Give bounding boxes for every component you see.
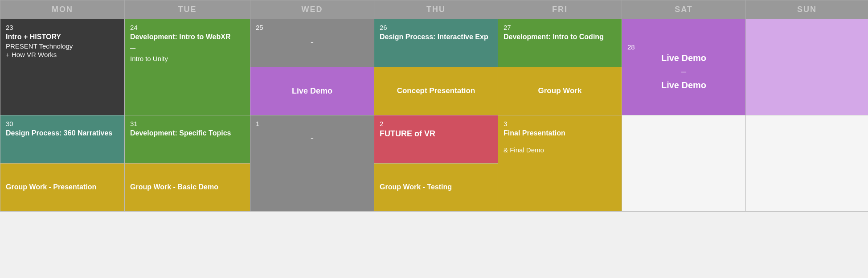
cell-sat-28: 28 Live Demo – Live Demo <box>622 19 746 115</box>
cell-mon-30-bot: Group Work - Presentation <box>0 164 125 212</box>
header-wed: WED <box>250 0 374 19</box>
day-number: 23 <box>6 24 119 31</box>
cell-label: Group Work - Testing <box>380 183 452 191</box>
calendar-table: MON TUE WED THU FRI SAT SUN 23 Intro + H… <box>0 0 868 212</box>
day-number: 27 <box>504 24 616 31</box>
cell-tue-31-top: 31 Development: Specific Topics <box>125 115 250 164</box>
cell-wed-1: 1 - <box>250 115 374 212</box>
header-row: MON TUE WED THU FRI SAT SUN <box>0 0 868 19</box>
cell-sub: Intro to Unity <box>130 55 168 62</box>
header-thu: THU <box>374 0 498 19</box>
cell-title: Final Presentation <box>504 129 565 137</box>
cell-mon-23: 23 Intro + HISTORY PRESENT Technology + … <box>0 19 125 115</box>
day-number: 3 <box>504 120 616 127</box>
cell-mon-30-top: 30 Design Process: 360 Narratives <box>0 115 125 164</box>
cell-fri-3: 3 Final Presentation & Final Demo <box>498 115 622 212</box>
cell-dash: - <box>256 36 368 49</box>
cell-sub1: PRESENT Technology <box>6 42 73 50</box>
cell-wed-25-bot: Live Demo <box>250 67 374 115</box>
cell-title: Development: Intro to Coding <box>504 33 604 41</box>
week2-top-row: 30 Design Process: 360 Narratives 31 Dev… <box>0 115 868 164</box>
header-sat: SAT <box>622 0 746 19</box>
header-tue: TUE <box>125 0 250 19</box>
cell-label1: Live Demo <box>627 52 740 64</box>
cell-wed-25-top: 25 - <box>250 19 374 67</box>
cell-label: Group Work - Presentation <box>6 183 96 191</box>
day-number: 31 <box>130 120 245 127</box>
cell-dash: - <box>256 132 368 145</box>
cell-dash: – <box>627 66 740 77</box>
cell-thu-2-bot: Group Work - Testing <box>374 164 498 212</box>
cell-tue-24: 24 Development: Intro to WebXR – Intro t… <box>125 19 250 115</box>
cell-title: Development: Specific Topics <box>130 129 231 137</box>
cell-thu-26-top: 26 Design Process: Interactive Exp <box>374 19 498 67</box>
cell-label: Live Demo <box>292 86 332 95</box>
cell-title: Intro + HISTORY <box>6 33 61 41</box>
day-number: 1 <box>256 120 368 127</box>
cell-sun-w1 <box>746 19 868 115</box>
cell-tue-31-bot: Group Work - Basic Demo <box>125 164 250 212</box>
cell-fri-27-top: 27 Development: Intro to Coding <box>498 19 622 67</box>
cell-title: Design Process: 360 Narratives <box>6 129 112 137</box>
week1-top-row: 23 Intro + HISTORY PRESENT Technology + … <box>0 19 868 67</box>
cell-label: FUTURE of VR <box>380 129 435 138</box>
cell-sat-w2 <box>622 115 746 212</box>
day-number: 30 <box>6 120 119 127</box>
cell-fri-27-bot: Group Work <box>498 67 622 115</box>
cell-title: Design Process: Interactive Exp <box>380 33 488 41</box>
cell-sub2: + How VR Works <box>6 51 57 58</box>
header-sun: SUN <box>746 0 868 19</box>
cell-thu-26-bot: Concept Presentation <box>374 67 498 115</box>
cell-title: Development: Intro to WebXR <box>130 33 231 41</box>
cell-sun-w2 <box>746 115 868 212</box>
day-number: 28 <box>627 43 740 51</box>
day-number: 2 <box>380 120 492 127</box>
cell-label: Group Work <box>538 86 582 95</box>
header-fri: FRI <box>498 0 622 19</box>
cell-label2: Live Demo <box>627 79 740 91</box>
header-mon: MON <box>0 0 125 19</box>
cell-dash: – <box>130 42 135 53</box>
day-number: 25 <box>256 24 368 31</box>
cell-thu-2-top: 2 FUTURE of VR <box>374 115 498 164</box>
cell-label: Group Work - Basic Demo <box>130 183 218 191</box>
day-number: 26 <box>380 24 492 31</box>
cell-sub: & Final Demo <box>504 146 544 154</box>
day-number: 24 <box>130 24 245 31</box>
cell-label: Concept Presentation <box>397 86 475 95</box>
